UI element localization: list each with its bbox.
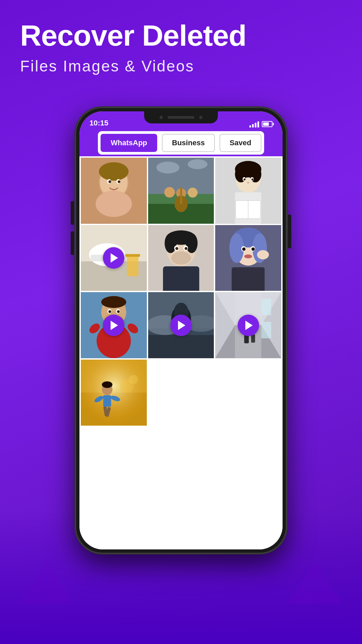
grid-item-1[interactable] xyxy=(81,158,147,224)
tab-bar: WhatsApp Business Saved xyxy=(98,131,264,155)
svg-point-63 xyxy=(257,250,269,259)
play-button-7[interactable] xyxy=(103,315,124,336)
svg-point-62 xyxy=(244,254,252,258)
signal-bar-1 xyxy=(249,125,251,127)
phone-mockup: 10:15 WhatsApp Busines xyxy=(75,107,287,553)
play-button-8[interactable] xyxy=(170,315,192,336)
phone-body: 10:15 WhatsApp Busines xyxy=(75,107,287,553)
notch-speaker xyxy=(168,116,194,119)
notch-camera xyxy=(160,116,163,119)
battery-icon xyxy=(262,121,273,127)
svg-point-17 xyxy=(164,187,175,198)
svg-point-103 xyxy=(102,381,112,388)
play-overlay-7[interactable] xyxy=(81,292,147,358)
svg-point-9 xyxy=(99,194,112,204)
header-section: Recover Deleted Files Images & Videos xyxy=(20,20,342,75)
svg-rect-64 xyxy=(232,267,264,291)
grid-item-10[interactable] xyxy=(81,360,147,426)
grid-item-6[interactable] xyxy=(215,225,281,291)
grid-item-8[interactable] xyxy=(148,292,214,358)
svg-rect-52 xyxy=(163,266,199,291)
grid-item-4[interactable] xyxy=(81,225,147,291)
svg-point-31 xyxy=(247,182,249,183)
grid-item-7[interactable] xyxy=(81,292,147,358)
tab-saved[interactable]: Saved xyxy=(220,134,261,152)
grid-item-3[interactable] xyxy=(215,158,281,224)
play-overlay-9[interactable] xyxy=(215,292,281,358)
tab-business[interactable]: Business xyxy=(162,134,215,152)
play-icon-9 xyxy=(245,321,253,330)
phone-notch xyxy=(144,111,218,123)
svg-point-46 xyxy=(186,233,197,253)
grid-item-5[interactable] xyxy=(148,225,214,291)
notch-sensor xyxy=(199,116,202,119)
signal-bar-3 xyxy=(255,123,256,127)
play-icon-8 xyxy=(178,321,185,330)
svg-point-61 xyxy=(251,248,255,251)
main-title: Recover Deleted xyxy=(20,20,342,51)
svg-rect-99 xyxy=(81,360,147,426)
status-time: 10:15 xyxy=(89,119,108,127)
status-icons xyxy=(249,121,273,127)
play-overlay-8[interactable] xyxy=(148,292,214,358)
svg-point-30 xyxy=(251,178,253,180)
media-grid xyxy=(79,156,283,549)
svg-point-45 xyxy=(165,233,176,253)
svg-point-101 xyxy=(129,375,138,384)
play-overlay-4[interactable] xyxy=(81,225,147,291)
svg-point-3 xyxy=(99,162,128,181)
svg-point-50 xyxy=(175,247,178,250)
svg-point-29 xyxy=(244,178,246,180)
svg-point-10 xyxy=(115,194,128,204)
svg-point-51 xyxy=(184,247,187,250)
play-button-4[interactable] xyxy=(103,247,124,269)
grid-item-2[interactable] xyxy=(148,158,214,224)
decoration-triangle-right xyxy=(288,560,342,604)
play-icon-7 xyxy=(111,321,118,330)
play-icon-4 xyxy=(111,253,118,263)
tab-whatsapp[interactable]: WhatsApp xyxy=(101,134,157,152)
app-top-bar: WhatsApp Business Saved xyxy=(79,129,283,156)
signal-bar-4 xyxy=(257,121,259,127)
battery-fill xyxy=(263,122,269,126)
decoration-triangle-left xyxy=(20,560,74,604)
svg-point-15 xyxy=(156,162,179,173)
svg-point-19 xyxy=(188,187,198,198)
svg-rect-104 xyxy=(103,395,111,407)
signal-icon xyxy=(249,121,259,127)
svg-rect-21 xyxy=(180,187,182,204)
svg-point-7 xyxy=(118,180,120,183)
grid-item-9[interactable] xyxy=(215,292,281,358)
svg-point-8 xyxy=(96,191,132,217)
play-button-9[interactable] xyxy=(238,315,259,336)
main-subtitle: Files Images & Videos xyxy=(20,57,342,75)
svg-point-6 xyxy=(109,180,111,183)
svg-point-47 xyxy=(171,251,191,264)
svg-point-16 xyxy=(188,159,207,169)
svg-point-60 xyxy=(242,248,246,251)
signal-bar-2 xyxy=(252,124,254,127)
phone-screen: 10:15 WhatsApp Busines xyxy=(79,111,283,549)
